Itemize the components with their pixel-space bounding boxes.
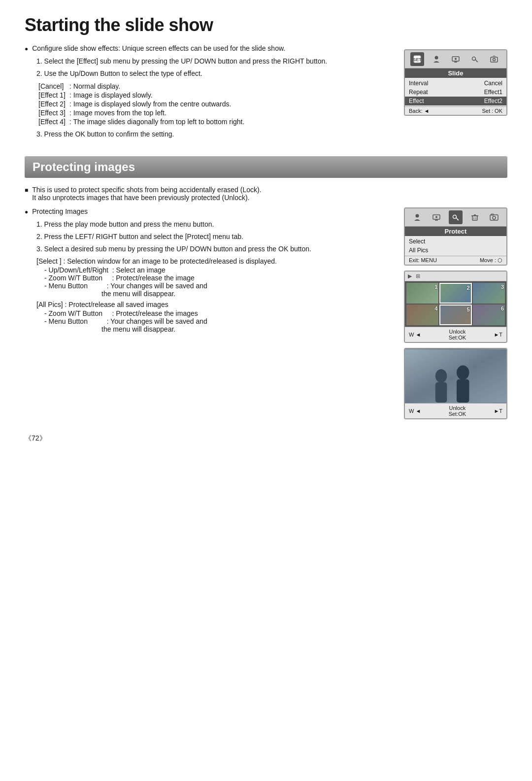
camera-icon bbox=[487, 52, 501, 66]
large-image bbox=[405, 349, 506, 403]
allpics-item-2: - Menu Button : Your changes will be sav… bbox=[44, 317, 394, 325]
grid-center: Unlock Set:OK bbox=[449, 329, 466, 340]
protect-menu-footer: Exit: MENU Move : ⬡ bbox=[405, 256, 506, 265]
allpics-items: - Zoom W/T Button : Protect/release the … bbox=[44, 309, 394, 333]
effect-4-desc: : The image slides diagonally from top l… bbox=[67, 117, 246, 126]
large-center: Unlock Set:OK bbox=[449, 405, 466, 417]
svg-point-14 bbox=[435, 216, 437, 218]
effect-4-label: [Effect 4] bbox=[36, 117, 67, 126]
effects-table: [Cancel] : Normal display. [Effect 1] : … bbox=[36, 82, 246, 126]
move-label: Move : ⬡ bbox=[480, 257, 502, 264]
svg-point-11 bbox=[493, 59, 495, 61]
large-t-label: ►T bbox=[494, 408, 502, 414]
allpics-desc-container: [All Pics] : Protect/release all saved i… bbox=[36, 301, 394, 333]
protect-grid-ui: ▶ ⊞ 1 2 3 4 5 6 bbox=[404, 271, 507, 343]
large-unlock-label: Unlock bbox=[449, 405, 466, 411]
cell-num-1: 1 bbox=[434, 284, 437, 290]
grid-cell-4: 4 bbox=[406, 305, 438, 325]
protect-select-row: Select bbox=[405, 237, 506, 246]
step-1: 1. Select the [Effect] sub menu by press… bbox=[36, 56, 394, 67]
step2-text: Use the Up/Down Button to select the typ… bbox=[44, 69, 202, 77]
set-label: Set : OK bbox=[482, 108, 502, 114]
grid-cell-3: 3 bbox=[473, 283, 505, 304]
effect-cancel-label: [Cancel] bbox=[36, 82, 67, 91]
svg-point-4 bbox=[455, 58, 457, 60]
protect-key-icon bbox=[449, 210, 463, 224]
select-items: - Up/Down/Left/Right : Select an image -… bbox=[44, 266, 394, 298]
protecting-images-label: Protecting Images bbox=[32, 207, 88, 215]
ps3-num: 3. bbox=[36, 245, 44, 253]
step1-num: 1. bbox=[36, 57, 44, 65]
effect-1-label: [Effect 1] bbox=[36, 91, 67, 100]
grid-w-label: W ◄ bbox=[409, 332, 421, 338]
slideshow-icon bbox=[449, 52, 463, 66]
protect-person-icon bbox=[410, 210, 424, 224]
effect-value: Effect2 bbox=[484, 98, 502, 104]
allpics-item-1: - Zoom W/T Button : Protect/release the … bbox=[44, 309, 394, 317]
slide-topbar: SET bbox=[405, 50, 506, 68]
slideshow-text: Configure slide show effects: Unique scr… bbox=[25, 44, 394, 142]
effect-2: [Effect 2] : Image is displayed slowly f… bbox=[36, 100, 246, 108]
svg-point-17 bbox=[453, 215, 456, 219]
select-item-3-cont: the menu will disappear. bbox=[101, 290, 394, 298]
grid-t-label: ►T bbox=[494, 332, 502, 338]
configure-text: Configure slide show effects: Unique scr… bbox=[32, 44, 285, 52]
svg-rect-20 bbox=[472, 216, 477, 220]
svg-rect-33 bbox=[457, 379, 469, 403]
grid-setok-label: Set:OK bbox=[449, 335, 466, 340]
protect-steps: 1. Press the play mode button and press … bbox=[36, 219, 394, 254]
ps1-num: 1. bbox=[36, 220, 44, 228]
step-2: 2. Use the Up/Down Button to select the … bbox=[36, 68, 394, 79]
svg-rect-31 bbox=[435, 382, 447, 403]
ps2-text: Press the LEFT/ RIGHT button and select … bbox=[44, 233, 243, 240]
select-desc-container: [Select ] : Selection window for an imag… bbox=[36, 257, 394, 298]
allpics-desc: [All Pics] : Protect/release all saved i… bbox=[36, 301, 394, 308]
ps2-num: 2. bbox=[36, 233, 44, 240]
svg-point-2 bbox=[435, 56, 438, 60]
protecting-heading: Protecting images bbox=[25, 156, 507, 178]
allpics-item-2-cont: the menu will disappear. bbox=[101, 325, 394, 333]
large-footer: W ◄ Unlock Set:OK ►T bbox=[405, 403, 506, 418]
cell-num-4: 4 bbox=[434, 306, 437, 311]
step3-num: 3. bbox=[36, 130, 44, 138]
protect-instructions: Protecting Images 1. Press the play mode… bbox=[25, 207, 394, 333]
protect-step-2: 2. Press the LEFT/ RIGHT button and sele… bbox=[36, 232, 394, 242]
protect-allpics-row: All Pics bbox=[405, 246, 506, 255]
grid-topbar: ▶ ⊞ bbox=[405, 272, 506, 281]
slide-row-interval: Interval Cancel bbox=[405, 79, 506, 88]
protect-large-ui: W ◄ Unlock Set:OK ►T bbox=[404, 348, 507, 419]
set-icon: SET bbox=[410, 52, 424, 66]
effect-cancel-desc: : Normal display. bbox=[67, 82, 246, 91]
cell-num-5: 5 bbox=[467, 306, 470, 312]
repeat-label: Repeat bbox=[409, 89, 428, 96]
effect-label: Effect bbox=[409, 98, 424, 104]
grid-indicator: ⊞ bbox=[416, 273, 420, 279]
slide-menu-ui: SET bbox=[404, 49, 507, 116]
interval-label: Interval bbox=[409, 80, 428, 87]
slide-menu-footer: Back: ◄ Set : OK bbox=[405, 106, 506, 115]
effect-4: [Effect 4] : The image slides diagonally… bbox=[36, 117, 246, 126]
protect-step-1: 1. Press the play mode button and press … bbox=[36, 219, 394, 230]
svg-point-27 bbox=[493, 216, 496, 219]
slide-menu-header: Slide bbox=[405, 68, 506, 78]
large-setok-label: Set:OK bbox=[449, 411, 466, 417]
protect-camera-icon bbox=[487, 210, 501, 224]
protect-content: Protecting Images 1. Press the play mode… bbox=[25, 207, 507, 419]
slide-menu-body: Interval Cancel Repeat Effect1 Effect Ef… bbox=[405, 78, 506, 106]
cell-num-6: 6 bbox=[501, 306, 504, 311]
slide-row-effect: Effect Effect2 bbox=[405, 97, 506, 105]
slide-row-repeat: Repeat Effect1 bbox=[405, 88, 506, 97]
protect-menu-body: Select All Pics bbox=[405, 236, 506, 256]
svg-point-12 bbox=[416, 214, 419, 218]
grid-cells: 1 2 3 4 5 6 bbox=[405, 281, 506, 327]
back-label: Back: ◄ bbox=[409, 108, 429, 114]
protect-main-text: This is used to protect specific shots f… bbox=[32, 186, 261, 202]
effects-table-container: [Cancel] : Normal display. [Effect 1] : … bbox=[36, 82, 394, 126]
ps3-text: Select a desired sub menu by pressing th… bbox=[44, 245, 311, 253]
step1-text: Select the [Effect] sub menu by pressing… bbox=[44, 57, 328, 65]
effect-1: [Effect 1] : Image is displayed slowly. bbox=[36, 91, 246, 100]
step2-num: 2. bbox=[36, 69, 44, 77]
protect-bullet-main: This is used to protect specific shots f… bbox=[25, 186, 507, 202]
cell-num-3: 3 bbox=[501, 284, 504, 290]
grid-cell-1: 1 bbox=[406, 283, 438, 304]
